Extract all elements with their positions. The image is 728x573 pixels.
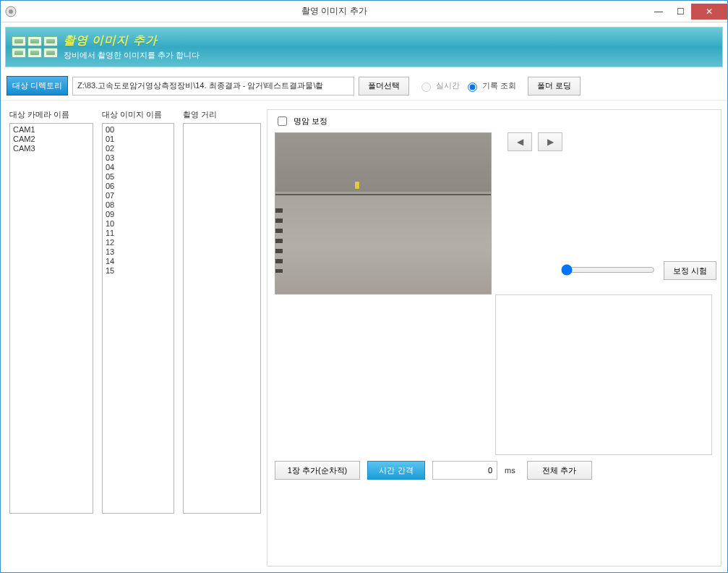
header-title: 촬영 이미지 추가	[64, 33, 200, 48]
minimize-button[interactable]: —	[648, 4, 669, 20]
brightness-correction-label: 명암 보정	[294, 116, 327, 127]
distance-list-label: 촬영 거리	[183, 109, 261, 120]
interval-unit-label: ms	[505, 466, 515, 475]
list-item[interactable]: 02	[106, 144, 171, 153]
list-item[interactable]: 11	[106, 229, 171, 238]
mode-radio-group: 실시간 기록 조회	[418, 80, 516, 92]
distance-column: 촬영 거리	[183, 109, 261, 566]
image-listbox[interactable]: 00010203040506070809101112131415	[102, 123, 174, 514]
folder-loading-button[interactable]: 폴더 로딩	[528, 77, 581, 96]
image-list-label: 대상 이미지 이름	[102, 109, 174, 120]
list-item[interactable]: 00	[106, 125, 171, 135]
brightness-correction-checkbox[interactable]: 명암 보정	[275, 114, 716, 128]
camera-listbox[interactable]: CAM1CAM2CAM3	[9, 123, 93, 514]
right-panel: 명암 보정 ◀ ▶ 보정 시험	[267, 109, 721, 566]
list-item[interactable]: 10	[106, 219, 171, 229]
radio-realtime-input	[421, 82, 431, 92]
header-band: 촬영 이미지 추가 장비에서 촬영한 이미지를 추가 합니다	[5, 27, 723, 67]
list-item[interactable]: CAM3	[13, 144, 90, 153]
image-column: 대상 이미지 이름 000102030405060708091011121314…	[102, 109, 174, 566]
list-item[interactable]: CAM1	[13, 125, 90, 135]
correction-slider-wrap	[560, 263, 654, 279]
brightness-correction-input[interactable]	[278, 116, 287, 126]
maximize-button[interactable]: ☐	[669, 4, 691, 20]
list-item[interactable]: CAM2	[13, 135, 90, 144]
time-interval-button[interactable]: 시간 간격	[367, 461, 425, 480]
add-one-sequential-button[interactable]: 1장 추가(순차적)	[275, 461, 360, 480]
svg-point-1	[9, 9, 13, 14]
bottom-bar: 1장 추가(순차적) 시간 간격 ms 전체 추가	[275, 461, 716, 480]
list-item[interactable]: 15	[106, 266, 171, 276]
correction-slider-row: 보정 시험	[508, 261, 716, 280]
correction-test-button[interactable]: 보정 시험	[664, 261, 716, 280]
select-folder-button[interactable]: 폴더선택	[359, 77, 409, 96]
list-item[interactable]: 08	[106, 200, 171, 210]
app-icon	[5, 6, 17, 17]
target-directory-label: 대상 디렉토리	[7, 76, 68, 96]
list-item[interactable]: 04	[106, 163, 171, 172]
next-image-button[interactable]: ▶	[538, 132, 562, 151]
camera-column: 대상 카메라 이름 CAM1CAM2CAM3	[9, 109, 93, 566]
list-columns: 대상 카메라 이름 CAM1CAM2CAM3 대상 이미지 이름 0001020…	[9, 109, 261, 566]
interval-value-input[interactable]	[432, 461, 497, 480]
list-item[interactable]: 14	[106, 257, 171, 266]
radio-history-label: 기록 조회	[482, 80, 516, 91]
close-button[interactable]: ✕	[691, 4, 727, 20]
camera-list-label: 대상 카메라 이름	[9, 109, 93, 120]
list-item[interactable]: 01	[106, 135, 171, 144]
toolbar: 대상 디렉토리 폴더선택 실시간 기록 조회 폴더 로딩	[1, 72, 727, 101]
list-item[interactable]: 07	[106, 191, 171, 200]
list-item[interactable]: 06	[106, 182, 171, 191]
prev-image-button[interactable]: ◀	[508, 132, 532, 151]
app-window: 촬영 이미지 추가 — ☐ ✕ 촬영 이미지 추가 장비에서 촬영한 이미지를 …	[0, 0, 728, 573]
correction-slider[interactable]	[561, 264, 655, 276]
distance-listbox[interactable]	[183, 123, 261, 514]
list-item[interactable]: 03	[106, 153, 171, 163]
window-title: 촬영 이미지 추가	[21, 5, 648, 17]
main-area: 대상 카메라 이름 CAM1CAM2CAM3 대상 이미지 이름 0001020…	[1, 101, 727, 572]
list-item[interactable]: 12	[106, 238, 171, 247]
radio-realtime[interactable]: 실시간	[418, 80, 460, 92]
marker-icon	[355, 182, 359, 189]
secondary-preview	[495, 294, 712, 455]
header-subtitle: 장비에서 촬영한 이미지를 추가 합니다	[64, 50, 200, 61]
radio-history-input[interactable]	[468, 82, 477, 92]
preview-image	[275, 132, 492, 294]
header-texts: 촬영 이미지 추가 장비에서 촬영한 이미지를 추가 합니다	[64, 33, 200, 61]
list-item[interactable]: 05	[106, 172, 171, 182]
radio-realtime-label: 실시간	[436, 80, 460, 91]
header-thumbs-icon	[12, 36, 58, 58]
window-buttons: — ☐ ✕	[648, 4, 727, 20]
radio-history[interactable]: 기록 조회	[464, 80, 516, 92]
nav-buttons: ◀ ▶	[508, 132, 716, 151]
preview-row: ◀ ▶ 보정 시험	[275, 132, 716, 294]
titlebar: 촬영 이미지 추가 — ☐ ✕	[1, 1, 727, 22]
directory-path-input[interactable]	[72, 77, 354, 96]
list-item[interactable]: 13	[106, 247, 171, 257]
add-all-button[interactable]: 전체 추가	[527, 461, 592, 480]
list-item[interactable]: 09	[106, 210, 171, 219]
